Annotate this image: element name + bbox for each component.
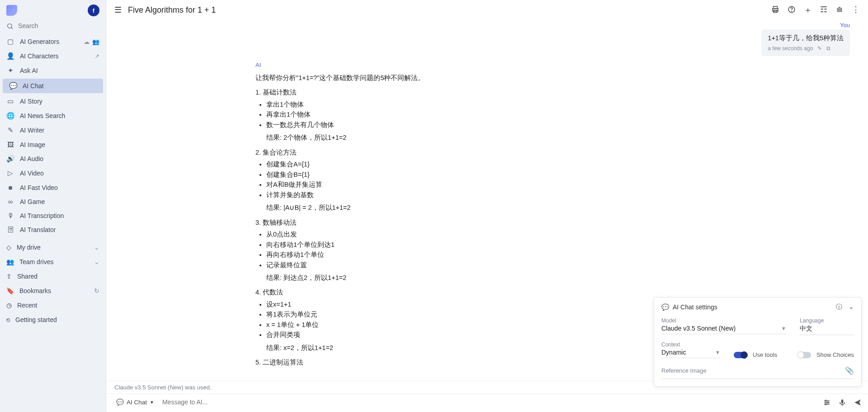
svg-point-0 xyxy=(8,24,12,28)
method-1-result: 结果: 2个物体，所以1+1=2 xyxy=(266,133,554,142)
method-1-heading: 1. 基础计数法 xyxy=(255,87,554,97)
exit-icon: ⎋ xyxy=(6,316,10,323)
dropdown-icon: ▼ xyxy=(781,326,786,331)
help-icon[interactable] xyxy=(788,5,796,15)
open-icon[interactable]: ↗ xyxy=(94,53,99,60)
sidebar-section-getting-started[interactable]: ⎋Getting started xyxy=(0,313,106,327)
tune-icon[interactable] xyxy=(823,398,831,407)
chevron-down-icon: ⌄ xyxy=(94,258,99,265)
list-item: x = 1单位 + 1单位 xyxy=(266,320,554,330)
pencil-icon: ✎ xyxy=(6,126,14,134)
sidebar-tool-ai-chat[interactable]: 💬AI Chat xyxy=(3,79,103,93)
search-icon xyxy=(6,22,14,30)
reference-image-field[interactable]: Reference Image 📎 xyxy=(661,366,854,379)
label: AI Writer xyxy=(20,127,44,134)
bookmark-icon: 🔖 xyxy=(6,287,14,294)
svg-point-6 xyxy=(792,11,792,12)
menu-icon[interactable]: ☰ xyxy=(114,5,122,15)
list-icon[interactable]: ☶ xyxy=(820,5,827,15)
group-icon[interactable]: 👥 xyxy=(92,38,99,45)
label: AI Chat xyxy=(23,82,44,90)
copy-icon[interactable]: ⧉ xyxy=(826,45,830,52)
list-item: 再拿出1个物体 xyxy=(266,109,554,119)
search-row[interactable] xyxy=(0,19,106,34)
message-input[interactable] xyxy=(162,398,818,406)
model-value: Claude v3.5 Sonnet (New) xyxy=(661,325,736,332)
sidebar-tool-ai-news-search[interactable]: 🌐AI News Search xyxy=(0,109,106,123)
print-icon[interactable] xyxy=(771,5,779,15)
svg-point-15 xyxy=(827,402,829,403)
label: AI Characters xyxy=(20,52,59,60)
svg-point-16 xyxy=(825,403,826,405)
show-choices-toggle[interactable]: Show Choices xyxy=(797,351,854,358)
ai-chat-settings-panel: 💬 AI Chat settings ⓘ ⌄ Model Claude v3.5… xyxy=(654,297,862,387)
list-item: 从0点出发 xyxy=(266,229,554,239)
reference-image-label: Reference Image xyxy=(661,367,707,374)
more-icon[interactable]: ⋮ xyxy=(852,5,860,15)
search-input[interactable] xyxy=(18,22,99,29)
mode-chip[interactable]: 💬 AI Chat ▼ xyxy=(113,397,158,407)
input-bar: 💬 AI Chat ▼ xyxy=(106,393,868,412)
list-item: 创建集合B={1} xyxy=(266,170,554,180)
robot-icon[interactable] xyxy=(835,5,844,15)
sidebar-section-recent[interactable]: ◷Recent xyxy=(0,298,106,313)
context-field[interactable]: Context Dynamic▼ xyxy=(661,341,720,358)
cloud-icon[interactable]: ☁ xyxy=(84,38,90,45)
model-field[interactable]: Model Claude v3.5 Sonnet (New)▼ xyxy=(661,317,786,335)
list-item: 将1表示为单位元 xyxy=(266,309,554,319)
sidebar-tool-ai-game[interactable]: ∞AI Game xyxy=(0,194,106,208)
list-item: 计算并集的基数 xyxy=(266,190,554,200)
sidebar-tool-ai-writer[interactable]: ✎AI Writer xyxy=(0,123,106,137)
language-label: Language xyxy=(800,317,854,324)
method-4-result: 结果: x=2，所以1+1=2 xyxy=(266,343,554,353)
sidebar-tool-ai-audio[interactable]: 🔊AI Audio xyxy=(0,152,106,166)
image-icon: 🖼 xyxy=(6,141,14,148)
sidebar-section-team-drives[interactable]: 👥Team drives⌄ xyxy=(0,255,106,269)
sidebar-section-my-drive[interactable]: ◇My drive⌄ xyxy=(0,240,106,255)
label: Shared xyxy=(17,273,38,280)
attach-icon[interactable]: 📎 xyxy=(845,366,854,375)
sidebar-tool-ai-fast-video[interactable]: ■AI Fast Video xyxy=(0,180,106,194)
add-icon[interactable]: ＋ xyxy=(804,5,812,15)
you-label: You xyxy=(255,22,850,28)
chevron-down-icon[interactable]: ⌄ xyxy=(849,303,854,311)
language-field[interactable]: Language 中文 xyxy=(800,317,854,335)
app-logo[interactable] xyxy=(6,5,17,16)
sidebar-ai-characters[interactable]: 👤 AI Characters ↗ xyxy=(0,49,106,63)
context-value: Dynamic xyxy=(661,349,686,356)
sidebar-tool-ai-transcription[interactable]: 🎙AI Transcription xyxy=(0,208,106,223)
sidebar-tool-ai-video[interactable]: ▷AI Video xyxy=(0,166,106,180)
list-item: 合并同类项 xyxy=(266,330,554,340)
use-tools-toggle[interactable]: Use tools xyxy=(734,351,777,358)
team-icon: 👥 xyxy=(6,258,14,265)
mic-icon[interactable] xyxy=(838,398,846,407)
label: Recent xyxy=(17,302,37,309)
refresh-icon[interactable]: ↻ xyxy=(94,287,99,294)
sidebar-ask-ai[interactable]: ✦ Ask AI xyxy=(0,63,106,78)
game-icon: ∞ xyxy=(6,198,14,205)
label: AI Story xyxy=(20,98,42,105)
user-avatar[interactable]: f xyxy=(88,5,99,16)
model-label: Model xyxy=(661,317,786,324)
method-3-heading: 3. 数轴移动法 xyxy=(255,218,554,227)
user-message-text: 1+1等于几，给我5种算法 xyxy=(768,34,844,43)
topbar: ☰ Five Algorithms for 1 + 1 ＋ ☶ ⋮ xyxy=(106,0,868,20)
label: Ask AI xyxy=(20,67,38,74)
method-3-result: 结果: 到达点2，所以1+1=2 xyxy=(266,273,554,283)
sidebar-ai-generators[interactable]: ▢ AI Generators ☁ 👥 xyxy=(0,34,106,49)
sidebar-tool-ai-story[interactable]: ▭AI Story xyxy=(0,94,106,109)
sidebar-section-shared[interactable]: ⇪Shared xyxy=(0,269,106,284)
sidebar-tool-ai-translator[interactable]: 🈂AI Translator xyxy=(0,223,106,237)
sidebar-section-bookmarks[interactable]: 🔖Bookmarks↻ xyxy=(0,284,106,298)
info-icon[interactable]: ⓘ xyxy=(836,303,842,311)
mode-chip-label: AI Chat xyxy=(127,399,147,406)
label: AI Video xyxy=(20,170,44,177)
user-message: 1+1等于几，给我5种算法 a few seconds ago ✎ ⧉ xyxy=(761,29,850,56)
method-5-heading: 5. 二进制运算法 xyxy=(255,357,554,367)
label: AI Fast Video xyxy=(20,184,58,191)
send-icon[interactable] xyxy=(854,398,862,407)
sidebar-tool-ai-image[interactable]: 🖼AI Image xyxy=(0,137,106,152)
list-item: 对A和B做并集运算 xyxy=(266,180,554,189)
dropdown-icon: ▼ xyxy=(715,350,720,355)
edit-icon[interactable]: ✎ xyxy=(817,45,822,52)
